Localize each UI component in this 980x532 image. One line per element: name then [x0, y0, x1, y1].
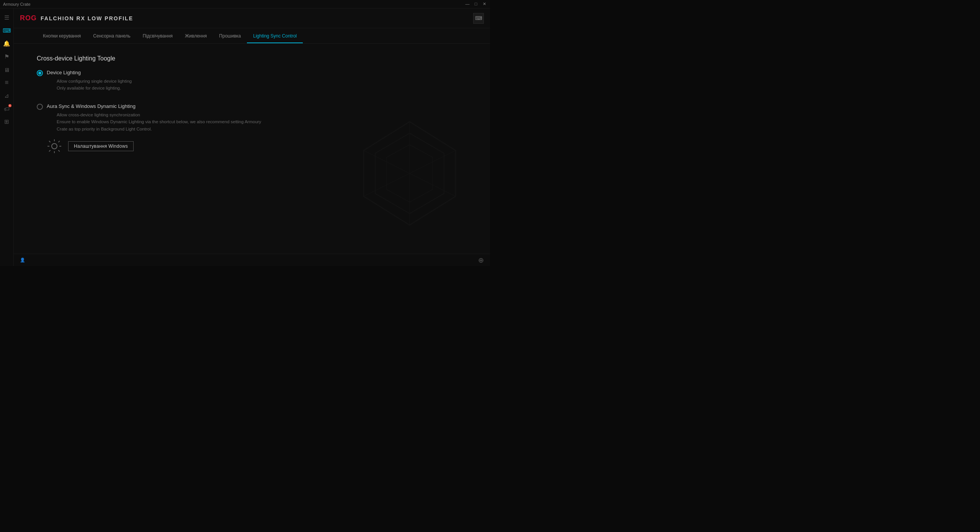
sliders-icon: ⊿: [4, 92, 9, 99]
flag-icon: ⚑: [4, 53, 9, 60]
close-button[interactable]: ✕: [482, 2, 487, 7]
keyboard-icon: ⌨: [3, 27, 11, 34]
sidebar-item-media[interactable]: ⊞: [1, 116, 13, 128]
svg-line-9: [58, 150, 60, 152]
sidebar-item-sliders[interactable]: ⊿: [1, 90, 13, 102]
radio-circle-aura-sync: [37, 104, 43, 110]
option-device-lighting: Device Lighting Allow configuring single…: [37, 70, 467, 92]
aura-sync-label: Aura Sync & Windows Dynamic Lighting: [47, 103, 136, 109]
svg-line-11: [49, 150, 51, 152]
radio-device-lighting[interactable]: Device Lighting: [37, 70, 467, 76]
gear-icon: ⊕: [478, 256, 484, 264]
bottom-left: 👤: [20, 258, 28, 263]
sidebar: ☰ ⌨ 🔔 ⚑ 🖥 ≡ ⊿ 🏷 4 ⊞: [0, 8, 14, 266]
sidebar-item-equalizer[interactable]: ≡: [1, 77, 13, 89]
sun-svg: [47, 139, 62, 154]
header-right: ⌨: [473, 13, 484, 24]
tab-lighting-sync[interactable]: Lighting Sync Control: [247, 30, 303, 43]
svg-line-10: [58, 141, 60, 142]
device-lighting-label: Device Lighting: [47, 70, 81, 75]
svg-point-3: [52, 144, 57, 149]
app-layout: ☰ ⌨ 🔔 ⚑ 🖥 ≡ ⊿ 🏷 4 ⊞ RO: [0, 8, 490, 266]
equalizer-icon: ≡: [5, 79, 9, 86]
sidebar-item-deals[interactable]: 🏷 4: [1, 103, 13, 115]
bottom-bar: 👤 ⊕: [14, 254, 490, 266]
device-icon: ⌨: [475, 15, 482, 21]
bell-icon: 🔔: [3, 40, 10, 47]
tab-power[interactable]: Живлення: [179, 30, 213, 43]
sidebar-item-bookmark[interactable]: ⚑: [1, 51, 13, 63]
aura-sync-desc: Allow cross-device lighting synchronizat…: [47, 111, 467, 132]
main-content: ROG FALCHION RX LOW PROFILE ⌨ Кнопки кер…: [14, 8, 490, 266]
deals-badge: 4: [8, 104, 11, 107]
brand: ROG FALCHION RX LOW PROFILE: [20, 14, 133, 22]
user-icon: 👤: [20, 258, 25, 263]
svg-line-2: [364, 150, 456, 196]
display-icon: 🖥: [4, 67, 10, 73]
device-name: FALCHION RX LOW PROFILE: [41, 15, 133, 21]
device-icon-button[interactable]: ⌨: [473, 13, 484, 24]
device-lighting-desc1: Allow configuring single device lighting: [57, 78, 467, 85]
rog-logo: ROG: [20, 14, 37, 22]
radio-circle-device-lighting: [37, 70, 43, 76]
title-bar: Armoury Crate — □ ✕: [0, 0, 490, 8]
maximize-button[interactable]: □: [473, 2, 479, 7]
tab-backlight[interactable]: Підсвічування: [137, 30, 179, 43]
sun-icon: [47, 139, 62, 154]
media-icon: ⊞: [4, 118, 9, 125]
app-title: Armoury Crate: [3, 2, 31, 7]
app-header: ROG FALCHION RX LOW PROFILE ⌨: [14, 8, 490, 28]
settings-gear-button[interactable]: ⊕: [478, 256, 484, 264]
radio-aura-sync[interactable]: Aura Sync & Windows Dynamic Lighting: [37, 103, 467, 110]
windows-settings-row: Налаштування Windows: [47, 139, 467, 154]
sidebar-item-display[interactable]: 🖥: [1, 64, 13, 76]
tab-firmware[interactable]: Прошивка: [213, 30, 247, 43]
menu-icon: ☰: [4, 14, 9, 21]
aura-sync-desc2: Ensure to enable Windows Dynamic Lightin…: [57, 118, 271, 132]
windows-settings-button[interactable]: Налаштування Windows: [68, 141, 134, 151]
tabs-bar: Кнопки керування Сенсорна панель Підсвіч…: [14, 28, 490, 44]
sidebar-item-menu[interactable]: ☰: [1, 11, 13, 24]
tab-key-binding[interactable]: Кнопки керування: [37, 30, 87, 43]
device-lighting-desc: Allow configuring single device lighting…: [47, 78, 467, 92]
minimize-button[interactable]: —: [465, 2, 470, 7]
svg-line-8: [49, 141, 51, 142]
section-title: Cross-device Lighting Toogle: [37, 55, 467, 62]
page-content: Cross-device Lighting Toogle Device Ligh…: [14, 44, 490, 254]
svg-line-1: [364, 150, 456, 196]
window-controls: — □ ✕: [465, 2, 487, 7]
device-lighting-desc2: Only available for device lighting.: [57, 85, 467, 91]
option-aura-sync: Aura Sync & Windows Dynamic Lighting All…: [37, 103, 467, 154]
sidebar-item-notifications[interactable]: 🔔: [1, 38, 13, 50]
sidebar-item-keyboard[interactable]: ⌨: [1, 24, 13, 37]
aura-sync-desc1: Allow cross-device lighting synchronizat…: [57, 111, 467, 118]
tab-touchpad[interactable]: Сенсорна панель: [87, 30, 136, 43]
